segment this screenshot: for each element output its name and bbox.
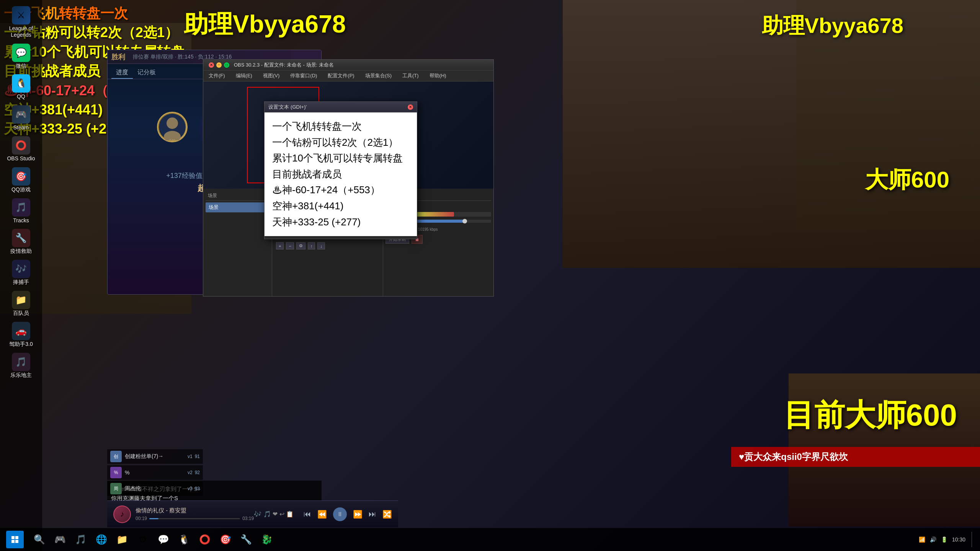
dialog-close-btn[interactable]: ✕ xyxy=(408,104,413,110)
bottom-right-camera xyxy=(789,373,980,527)
add-source-btn[interactable]: + xyxy=(276,242,284,249)
sidebar-item-cheat-label: 疫情救助 xyxy=(10,248,32,254)
taskbar-icon-8[interactable]: ⭕ xyxy=(196,531,214,548)
obs-menu-file[interactable]: 文件(F) xyxy=(206,72,227,80)
taskbar-icon-3[interactable]: 🌐 xyxy=(93,531,110,548)
chat-count: 91 xyxy=(195,454,200,459)
sidebar-item-obs-label: OBS Studio xyxy=(7,155,35,162)
sidebar-item-steam[interactable]: 🎮 Steam xyxy=(4,103,38,133)
list-item: % % v2 92 xyxy=(107,465,203,480)
obs-max-btn[interactable]: □ xyxy=(224,62,229,68)
next-btn[interactable]: ⏭ xyxy=(369,510,376,518)
taskbar-icon-5[interactable]: ⚙ xyxy=(134,531,152,548)
sidebar-item-drive[interactable]: 🚗 驾助手3.0 xyxy=(4,320,38,350)
obs-menu-tools[interactable]: 工具(T) xyxy=(400,72,421,80)
taskbar-icon-7[interactable]: 🐧 xyxy=(175,531,193,548)
chat-name-3: 周杰伦 xyxy=(125,485,141,492)
rewind-btn[interactable]: ⏪ xyxy=(317,510,327,519)
album-art: ♪ xyxy=(113,505,131,523)
obs-menu-profile[interactable]: 配置文件(P) xyxy=(325,72,356,80)
obs-menu-view[interactable]: 视图(V) xyxy=(261,72,282,80)
taskbar-volume-icon: 🔊 xyxy=(930,536,936,543)
sidebar-item-qqgames[interactable]: 🎯 QQ游戏 xyxy=(4,165,38,195)
source-down-btn[interactable]: ↓ xyxy=(317,242,325,249)
forward-btn[interactable]: ⏩ xyxy=(353,510,363,519)
qq-games-icon: 🎯 xyxy=(12,167,30,186)
dialog-text-line-3: 累计10个飞机可以转专属转盘 xyxy=(272,150,409,166)
obs-scenes-title: 场景 xyxy=(206,191,270,201)
dialog-settings: 字体 选择字体 文本 目前挑战者成员 ♨神-60-17+24（+553） 空神+… xyxy=(265,236,417,239)
taskbar-icon-6[interactable]: 💬 xyxy=(155,531,172,548)
source-up-btn[interactable]: ↑ xyxy=(308,242,315,249)
music-controls: 🎶 🎵 ❤ ↩ 📋 ⏮ ⏪ ⏸ ⏩ ⏭ 🔀 xyxy=(254,507,392,521)
taskbar-icon-1[interactable]: 🎮 xyxy=(51,531,69,548)
source-settings-btn[interactable]: ⚙ xyxy=(296,242,305,249)
dialog-text-line-2: 一个钻粉可以转2次（2选1） xyxy=(272,135,409,151)
sidebar-item-qq[interactable]: 🐧 QQ xyxy=(4,72,38,102)
tracks-icon: 🎵 xyxy=(12,198,30,217)
dialog-titlebar: 设置'文本 (GDI+)' ✕ xyxy=(265,102,417,112)
obs-menu-help[interactable]: 帮助(H) xyxy=(427,72,449,80)
remove-source-btn[interactable]: − xyxy=(286,242,294,249)
taskbar-right: 📶 🔊 🔋 10:30 xyxy=(919,532,980,547)
taskbar-icon-2[interactable]: 🎵 xyxy=(72,531,90,548)
taskbar-icon-10[interactable]: 🔧 xyxy=(237,531,255,548)
obs-menu-dockwindow[interactable]: 停靠窗口(D) xyxy=(288,72,319,80)
shuffle-btn[interactable]: 🔀 xyxy=(382,510,392,519)
svg-rect-9 xyxy=(11,536,15,539)
sidebar-item-obs[interactable]: ⭕ OBS Studio xyxy=(4,134,38,164)
sidebar-item-filemanager[interactable]: 📁 百队员 xyxy=(4,289,38,319)
file-manager-icon: 📁 xyxy=(12,291,30,309)
sidebar-item-kugou[interactable]: 🎶 捧捕手 xyxy=(4,258,38,288)
cheat-engine-icon: 🔧 xyxy=(12,229,30,247)
svg-point-1 xyxy=(167,117,178,129)
sidebar-item-wechat[interactable]: 💬 微信 xyxy=(4,41,38,72)
taskbar-icon-9[interactable]: 🎯 xyxy=(217,531,234,548)
taskbar-icon-11[interactable]: 🐉 xyxy=(258,531,276,548)
chat-count-3: 93 xyxy=(195,486,200,491)
taskbar-search-btn[interactable]: 🔍 xyxy=(31,531,48,548)
dialog-title: 设置'文本 (GDI+)' xyxy=(268,104,405,111)
prev-btn[interactable]: ⏮ xyxy=(304,510,311,518)
chat-list: 创 创建粉丝单(7)→ v1 91 % % v2 92 周 周杰伦 v3 93 xyxy=(107,449,203,497)
taskbar-time: 10:30 xyxy=(952,536,965,543)
obs-menu-scenecollection[interactable]: 场景集合(S) xyxy=(363,72,394,80)
obs-close-btn[interactable]: ✕ xyxy=(209,62,214,68)
chat-rank-3: v3 xyxy=(188,486,193,491)
lol-tab-scoreboard[interactable]: 记分板 xyxy=(133,67,160,79)
chat-count-2: 92 xyxy=(195,470,200,475)
kugou-icon: 🎶 xyxy=(12,260,30,278)
sidebar-icons: ⚔ League of Legends 💬 微信 🐧 QQ 🎮 Steam ⭕ … xyxy=(0,0,42,551)
champion-avatar: 649 xyxy=(157,112,188,142)
music-info: 偷情的礼仪 - 蔡安盟 00:19 03:19 xyxy=(136,507,254,521)
obs-scenes-panel: 场景 场景 xyxy=(203,189,272,297)
sidebar-item-tracks[interactable]: 🎵 Tracks xyxy=(4,196,38,226)
taskbar-icon-4[interactable]: 📁 xyxy=(113,531,131,548)
obs-menu-edit[interactable]: 编辑(E) xyxy=(234,72,255,80)
chat-rank: v1 xyxy=(188,454,193,459)
sidebar-item-steam-label: Steam xyxy=(13,124,29,131)
svg-rect-11 xyxy=(11,540,15,543)
obs-min-btn[interactable]: − xyxy=(216,62,222,68)
mixer-volume-handle[interactable] xyxy=(462,219,467,223)
sidebar-item-lol[interactable]: ⚔ League of Legends xyxy=(4,4,38,41)
sidebar-item-filemanager-label: 百队员 xyxy=(13,310,29,316)
taskbar-network-icon: 📶 xyxy=(919,536,925,543)
sidebar-item-cheat[interactable]: 🔧 疫情救助 xyxy=(4,227,38,257)
music-progress-bar[interactable] xyxy=(149,518,240,519)
start-button[interactable] xyxy=(6,531,24,548)
chat-name: 创建粉丝单(7)→ xyxy=(125,453,163,460)
taskbar-battery-icon: 🔋 xyxy=(941,536,947,543)
obs-menubar: 文件(F) 编辑(E) 视图(V) 停靠窗口(D) 配置文件(P) 场景集合(S… xyxy=(203,70,493,82)
steam-icon: 🎮 xyxy=(12,105,30,124)
obs-titlebar: ✕ − □ OBS 30.2.3 - 配置文件: 未命名 - 场景: 未命名 xyxy=(203,60,493,70)
dialog-text-line-6: 空神+381(+441) xyxy=(272,198,409,214)
obs-scene-item[interactable]: 场景 xyxy=(206,202,270,212)
sidebar-item-music[interactable]: 🎵 乐乐地主 xyxy=(4,350,38,381)
lol-tab-progress[interactable]: 进度 xyxy=(111,67,133,79)
pause-btn[interactable]: ⏸ xyxy=(333,507,347,521)
taskbar-show-desktop[interactable] xyxy=(972,532,974,547)
qq-icon: 🐧 xyxy=(12,74,30,93)
chat-rank-2: v2 xyxy=(188,470,193,475)
wechat-icon: 💬 xyxy=(12,44,30,62)
